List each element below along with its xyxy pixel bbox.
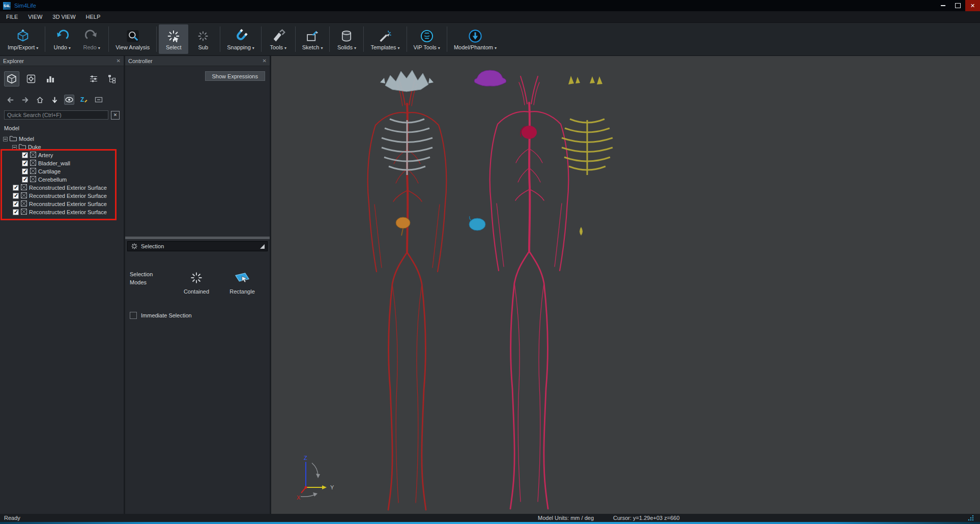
chevron-down-icon[interactable]	[321, 44, 323, 50]
svg-text:Z: Z	[80, 96, 84, 103]
chevron-down-icon[interactable]	[98, 44, 100, 50]
resize-corner-icon	[260, 244, 265, 249]
collapse-box-icon	[94, 95, 103, 104]
chevron-down-icon[interactable]	[438, 44, 440, 50]
menu-item-view[interactable]: VIEW	[28, 14, 42, 20]
undo-button[interactable]: Undo	[47, 24, 77, 54]
chevron-down-icon[interactable]	[354, 44, 356, 50]
horizontal-splitter[interactable]	[125, 237, 270, 239]
mode-contained[interactable]: Contained	[179, 271, 214, 295]
selection-modes-label: Selection Modes	[130, 271, 161, 287]
toolbar-separator	[45, 26, 45, 52]
tree-item-cartilage[interactable]: Cartilage	[0, 167, 124, 176]
chevron-down-icon[interactable]	[252, 44, 254, 50]
view-analysis-button[interactable]: View Analysis	[111, 24, 154, 54]
model-phantom-button[interactable]: Model/Phantom	[449, 24, 501, 54]
toolbar-separator	[295, 26, 296, 52]
selection-section-bar[interactable]: Selection	[127, 241, 268, 251]
tools-button[interactable]: Tools	[264, 24, 293, 54]
simulation-view-button[interactable]	[23, 71, 39, 86]
status-ready: Ready	[4, 515, 20, 521]
checkbox[interactable]	[22, 152, 28, 158]
knife-tool-icon	[271, 28, 285, 44]
chevron-down-icon[interactable]	[495, 44, 497, 50]
sort-z-button[interactable]: Z	[79, 95, 89, 105]
checkbox[interactable]	[22, 177, 28, 183]
mode-rectangle[interactable]: Rectangle	[224, 271, 260, 295]
collapse-all-button[interactable]	[94, 95, 104, 105]
sketch-button[interactable]: Sketch	[298, 24, 328, 54]
chevron-down-icon[interactable]	[69, 44, 71, 50]
minimize-button[interactable]	[936, 0, 950, 11]
immediate-selection-checkbox[interactable]	[130, 312, 137, 319]
close-icon[interactable]	[117, 58, 121, 64]
clear-search-button[interactable]	[111, 111, 120, 120]
templates-button[interactable]: Templates	[366, 24, 404, 54]
resize-grip-icon[interactable]	[968, 515, 974, 522]
gear-box-icon	[26, 74, 36, 84]
checkbox[interactable]	[13, 201, 19, 207]
tree-options-button[interactable]	[104, 71, 120, 86]
surface-icon	[30, 160, 36, 167]
tree-node-model[interactable]: Model	[0, 135, 124, 143]
checkbox[interactable]	[13, 193, 19, 199]
chevron-down-icon[interactable]	[398, 44, 400, 50]
tree-item-artery[interactable]: Artery	[0, 151, 124, 159]
checkbox[interactable]	[22, 160, 28, 166]
tree-item-reconstructed-surface-4[interactable]: Reconstructed Exterior Surface	[0, 208, 124, 216]
solids-button[interactable]: Solids	[332, 24, 361, 54]
3d-scene	[271, 56, 980, 514]
imp-export-button[interactable]: Imp/Export	[3, 24, 43, 54]
menu-item-3d-view[interactable]: 3D VIEW	[52, 14, 75, 20]
checkbox[interactable]	[13, 209, 19, 215]
checkbox[interactable]	[13, 185, 19, 191]
toolbar-separator	[261, 26, 262, 52]
expander-icon[interactable]	[3, 137, 8, 141]
checkbox[interactable]	[22, 168, 28, 174]
arrow-down-icon	[50, 96, 59, 104]
tree-item-reconstructed-surface-2[interactable]: Reconstructed Exterior Surface	[0, 192, 124, 200]
goto-selected-button[interactable]	[49, 95, 60, 105]
menu-item-file[interactable]: FILE	[6, 14, 18, 20]
back-button[interactable]	[5, 95, 15, 105]
model-view-button[interactable]	[4, 71, 19, 86]
model-units-label: Model Units: mm / deg	[538, 515, 594, 521]
eye-icon	[65, 95, 74, 104]
explorer-toolbar-right	[86, 71, 120, 86]
toolbar-separator	[108, 26, 109, 52]
chevron-down-icon[interactable]	[284, 44, 286, 50]
vip-tools-button[interactable]: ViP Tools	[409, 24, 445, 54]
home-icon	[36, 96, 44, 104]
chevron-down-icon[interactable]	[36, 44, 38, 50]
select-cursor-icon	[131, 243, 138, 250]
analysis-view-button[interactable]	[43, 71, 58, 86]
maximize-button[interactable]	[950, 0, 965, 11]
tree-node-duke[interactable]: Duke	[0, 143, 124, 151]
viewport-3d[interactable]: Z Y X	[271, 56, 980, 514]
rectangle-mode-icon	[234, 271, 250, 285]
tree-item-cerebellum[interactable]: Cerebellum	[0, 176, 124, 184]
filter-button[interactable]	[86, 71, 101, 86]
redo-button[interactable]: Redo	[77, 24, 106, 54]
search-input[interactable]	[4, 110, 108, 120]
menu-item-help[interactable]: HELP	[86, 14, 101, 20]
close-button[interactable]	[965, 0, 980, 11]
surface-icon	[30, 152, 36, 159]
home-button[interactable]	[35, 95, 45, 105]
tree-item-reconstructed-surface-3[interactable]: Reconstructed Exterior Surface	[0, 200, 124, 208]
axis-y-label: Y	[330, 484, 334, 490]
expander-icon[interactable]	[12, 145, 17, 150]
tree-item-bladder-wall[interactable]: Bladder_wall	[0, 159, 124, 167]
forward-button[interactable]	[20, 95, 30, 105]
close-icon[interactable]	[263, 58, 267, 64]
tree-item-reconstructed-surface-1[interactable]: Reconstructed Exterior Surface	[0, 184, 124, 192]
select-button[interactable]: Select	[159, 24, 188, 54]
show-expressions-button[interactable]: Show Expressions	[205, 71, 266, 81]
visibility-button[interactable]	[64, 95, 74, 105]
axis-triad: Z Y X	[285, 454, 338, 503]
sub-select-button[interactable]: Sub	[188, 24, 218, 54]
surface-icon	[30, 168, 36, 175]
surface-icon	[21, 209, 27, 216]
snapping-button[interactable]: Snapping	[222, 24, 259, 54]
import-export-cube-icon	[16, 28, 30, 44]
